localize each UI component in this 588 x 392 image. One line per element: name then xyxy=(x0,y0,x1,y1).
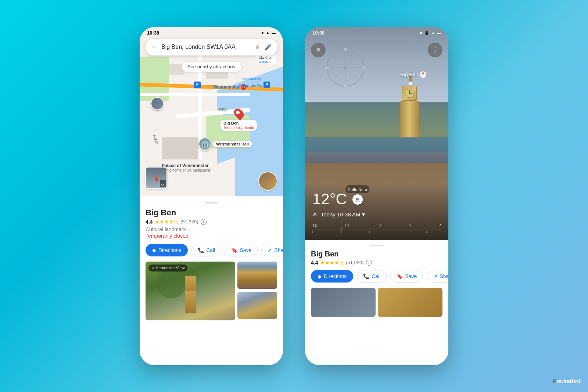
big-ben-pin[interactable]: Big Ben Temporarily closed xyxy=(220,108,257,131)
save-button[interactable]: 🔖 Save xyxy=(225,244,258,256)
place-name: Big Ben xyxy=(146,208,277,217)
main-photo[interactable]: ⤢ Immersive View xyxy=(146,262,235,320)
left-time: 10:38 xyxy=(147,30,159,36)
sheet-handle xyxy=(205,202,218,204)
battery-icon-r: ▬ xyxy=(437,30,441,35)
more-vert-icon: ⋮ xyxy=(432,46,438,54)
rating-row: 4.4 ★★★★½ (51,920) i xyxy=(146,219,277,225)
svg-point-6 xyxy=(344,66,347,69)
immersive-info-icon[interactable]: i xyxy=(366,260,372,266)
immersive-bottom-sheet: Big Ben 4.4 ★★★★½ (51,920) i ◆ Direction… xyxy=(305,240,448,365)
timeline-label-2: 2 xyxy=(438,223,441,228)
search-action-icons: ✕ 🎤 xyxy=(255,44,272,51)
palace-label: Palace of Westminster Iconic home of UK … xyxy=(162,163,210,172)
caffe-nero-marker: Caffe Nero ☕ xyxy=(345,185,369,205)
westminster-pier: Westminster Pier xyxy=(238,82,263,88)
transit-icon-2: P xyxy=(194,82,201,88)
phone-icon: 📞 xyxy=(198,247,204,253)
temperature: 12°C xyxy=(312,190,347,208)
directions-diamond-icon: ◆ xyxy=(152,247,156,253)
map-photo-circle[interactable] xyxy=(258,172,277,191)
immersive-review-count: (51,920) xyxy=(346,260,363,265)
more-options-button[interactable]: ⋮ xyxy=(428,43,442,57)
call-button[interactable]: 📞 Call xyxy=(191,244,221,256)
immersive-bookmark-icon: 🔖 xyxy=(397,273,403,279)
right-phone: 10:38 ● 📱 ▲ ▬ ✕ ⋮ xyxy=(305,27,448,365)
right-time: 10:38 xyxy=(312,30,325,36)
map-photo-thumb[interactable]: 🗼 👁️ xyxy=(145,167,167,189)
close-icon: ✕ xyxy=(316,46,321,54)
immersive-rating-row: 4.4 ★★★★½ (51,920) i xyxy=(311,260,442,266)
bridge-layer xyxy=(305,152,448,163)
wifi-icon: ▲ xyxy=(266,30,270,35)
timeline-label-12: 12 xyxy=(377,223,381,228)
tower-photo-1 xyxy=(237,262,277,289)
search-text: Big Ben, London SW1A 0AA xyxy=(161,44,251,50)
pocketlint-p: P xyxy=(553,378,557,384)
timeline-indicator xyxy=(341,227,341,233)
nearby-chip[interactable]: See nearby attractions xyxy=(182,62,241,72)
immersive-sheet-handle xyxy=(370,245,383,246)
immersive-save-button[interactable]: 🔖 Save xyxy=(390,270,423,283)
right-status-bar: 10:38 ● 📱 ▲ ▬ xyxy=(305,27,448,37)
left-status-icons: ● ▲ ▬ xyxy=(261,30,276,35)
immersive-action-buttons: ◆ Directions 📞 Call 🔖 Save ↗ Share xyxy=(311,270,442,283)
whatsapp-icon: ● xyxy=(261,30,264,35)
immersive-bg: Big Ben 📍 xyxy=(305,27,448,240)
london-eye xyxy=(325,47,366,88)
close-button[interactable]: ✕ xyxy=(311,43,326,57)
immersive-place-name: Big Ben xyxy=(311,250,442,258)
mobile-icon: 📱 xyxy=(424,30,429,35)
bottom-photos-strip xyxy=(311,288,442,317)
place-status: Temporarily closed xyxy=(146,233,277,239)
road-h2 xyxy=(140,93,250,96)
weather-timeline[interactable]: 10 11 12 1 2 xyxy=(312,219,441,233)
map-view[interactable]: A302 A3212 Westminster U City Cru... Wes… xyxy=(140,27,283,196)
review-count: (51,920) xyxy=(180,219,198,224)
immersive-share-button[interactable]: ↗ Share xyxy=(427,270,448,283)
action-buttons: ◆ Directions 📞 Call 🔖 Save ↗ Share xyxy=(146,244,277,256)
not-too-busy: Not too busy xyxy=(242,75,261,82)
search-bar[interactable]: ← Big Ben, London SW1A 0AA ✕ 🎤 xyxy=(145,39,277,55)
share-button[interactable]: ↗ Share xyxy=(261,244,283,256)
immersive-phone-icon: 📞 xyxy=(363,273,369,279)
immersive-rating-num: 4.4 xyxy=(311,260,318,266)
left-phone: 10:38 ● ▲ ▬ xyxy=(140,27,283,365)
pocketlint-watermark: Pocketlint xyxy=(553,378,581,385)
immersive-share-icon: ↗ xyxy=(433,273,437,279)
bookmark-icon: 🔖 xyxy=(231,247,237,253)
bottom-photo-2[interactable] xyxy=(378,288,442,317)
thumb-photo-1[interactable] xyxy=(237,262,277,289)
mic-icon[interactable]: 🎤 xyxy=(264,44,272,51)
timeline-label-10: 10 xyxy=(312,223,317,228)
small-photos-grid xyxy=(237,262,277,320)
thumb-photo-2[interactable] xyxy=(237,292,277,319)
svg-point-7 xyxy=(344,48,347,51)
pocketlint-text: ocketlint xyxy=(556,378,581,384)
svg-point-9 xyxy=(362,66,365,69)
timeline-label-1: 1 xyxy=(409,223,411,228)
photos-row: ⤢ Immersive View xyxy=(146,262,277,320)
right-status-icons: ● 📱 ▲ ▬ xyxy=(420,30,441,35)
star-icons: ★★★★½ xyxy=(155,219,178,225)
westminster-hall-pin[interactable]: 🏛️ Westminster Hall xyxy=(198,137,252,151)
transit-icon-1: P xyxy=(263,82,270,88)
immersive-stars: ★★★★½ xyxy=(320,260,344,266)
place-bottom-sheet: Big Ben 4.4 ★★★★½ (51,920) i Cultural la… xyxy=(140,196,283,365)
immersive-badge: ⤢ Immersive View xyxy=(148,265,187,271)
bottom-photo-1[interactable] xyxy=(311,288,376,317)
chevron-down-icon[interactable]: ▾ xyxy=(362,211,365,218)
back-button[interactable]: ← xyxy=(151,43,158,51)
svg-point-8 xyxy=(326,66,329,69)
close-weather-btn[interactable]: ✕ xyxy=(312,211,317,218)
closed-status: Temporarily closed xyxy=(223,126,254,130)
place-category: Cultural landmark xyxy=(146,226,277,232)
clear-icon[interactable]: ✕ xyxy=(255,44,260,51)
immersive-directions-button[interactable]: ◆ Directions xyxy=(311,270,353,283)
immersive-call-button[interactable]: 📞 Call xyxy=(357,270,387,283)
directions-button[interactable]: ◆ Directions xyxy=(146,244,188,256)
whatsapp-icon-r: ● xyxy=(420,30,422,35)
svg-point-10 xyxy=(344,84,347,87)
info-icon[interactable]: i xyxy=(201,219,207,225)
churchill-statue-pin[interactable] xyxy=(151,97,164,110)
